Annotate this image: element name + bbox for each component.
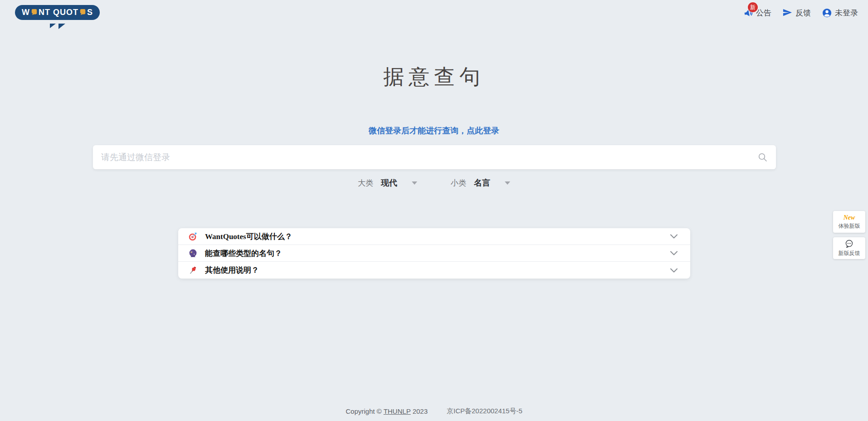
faq-row-other-instructions[interactable]: 其他使用说明？ <box>178 262 690 279</box>
faq-row-what-can-do[interactable]: WantQuotes可以做什么？ <box>178 228 690 245</box>
nav-account[interactable]: 未登录 <box>822 8 858 18</box>
crystal-ball-icon <box>188 249 198 258</box>
minor-category-label: 小类 <box>451 178 466 188</box>
target-dart-icon <box>188 232 198 241</box>
logo-bubble-tail <box>59 24 65 29</box>
nav-feedback-label: 反馈 <box>795 8 811 18</box>
paper-plane-icon <box>782 8 793 18</box>
quote-mark-icon <box>31 9 37 15</box>
quote-mark-icon <box>80 9 86 15</box>
logo-text-middle: NT QUOT <box>39 8 78 17</box>
chevron-down-icon <box>670 251 678 255</box>
nav-feedback[interactable]: 反馈 <box>782 8 811 18</box>
chevron-down-icon <box>670 268 678 273</box>
minor-category-group: 小类 名言 <box>451 177 510 188</box>
copyright-text: Copyright © THUNLP 2023 <box>346 407 428 415</box>
logo-pill: W NT QUOT S <box>15 5 100 20</box>
person-circle-icon <box>822 8 832 18</box>
wechat-login-link[interactable]: 微信登录后才能进行查询，点此登录 <box>0 125 868 136</box>
icp-license-text: 京ICP备2022002415号-5 <box>447 407 522 416</box>
pushpin-icon <box>188 265 198 275</box>
logo-text-suffix: S <box>87 8 93 17</box>
page-title: 据意查句 <box>0 63 868 91</box>
logo-bubble-tail <box>50 24 56 28</box>
faq-question: 其他使用说明？ <box>205 265 670 275</box>
footer: Copyright © THUNLP 2023 京ICP备2022002415号… <box>0 407 868 416</box>
try-new-version-button[interactable]: New 体验新版 <box>833 211 865 233</box>
major-category-value: 现代 <box>381 177 397 188</box>
faq-accordion: WantQuotes可以做什么？ 能查哪些类型的名句？ 其他使用说明？ <box>178 228 690 279</box>
faq-row-quote-types[interactable]: 能查哪些类型的名句？ <box>178 245 690 262</box>
faq-question: 能查哪些类型的名句？ <box>205 248 670 259</box>
wantquotes-logo[interactable]: W NT QUOT S <box>15 5 100 20</box>
major-category-group: 大类 现代 <box>358 177 417 188</box>
logo-text-prefix: W <box>22 8 30 17</box>
faq-question: WantQuotes可以做什么？ <box>205 231 670 242</box>
copyright-year: 2023 <box>413 407 428 415</box>
top-nav: 新 公告 反馈 未登录 <box>743 8 858 18</box>
caret-down-icon <box>505 181 510 185</box>
nav-announcement-label: 公告 <box>756 8 771 18</box>
search-icon[interactable] <box>758 152 768 162</box>
try-new-version-label: 体验新版 <box>839 222 860 230</box>
nav-announcement[interactable]: 新 公告 <box>743 8 771 18</box>
new-version-feedback-button[interactable]: 新版反馈 <box>833 237 865 259</box>
copyright-prefix: Copyright © <box>346 407 381 415</box>
thunlp-link[interactable]: THUNLP <box>384 407 411 415</box>
new-badge-text: New <box>844 214 855 221</box>
major-category-label: 大类 <box>358 178 373 188</box>
new-version-feedback-label: 新版反馈 <box>839 250 860 257</box>
category-filters: 大类 现代 小类 名言 <box>0 177 868 188</box>
minor-category-select[interactable]: 名言 <box>466 177 510 188</box>
caret-down-icon <box>412 181 417 185</box>
search-input[interactable] <box>101 152 758 162</box>
minor-category-value: 名言 <box>474 177 490 188</box>
major-category-select[interactable]: 现代 <box>373 177 417 188</box>
nav-account-label: 未登录 <box>835 8 858 18</box>
speech-bubble-icon <box>845 240 853 248</box>
search-bar <box>93 145 776 169</box>
side-float-buttons: New 体验新版 新版反馈 <box>833 211 865 259</box>
new-badge: 新 <box>748 2 758 12</box>
chevron-down-icon <box>670 234 678 239</box>
